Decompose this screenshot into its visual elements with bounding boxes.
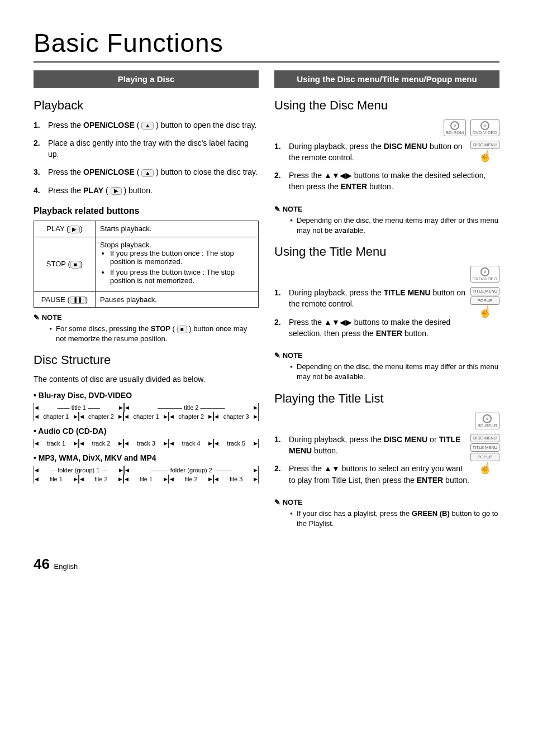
seg: ◀chapter 2▶ — [169, 412, 214, 421]
disc-badge-icon: BD-ROM — [444, 119, 466, 136]
title-menu-steps: During playback, press the TITLE MENU bu… — [274, 287, 499, 339]
title-list-steps: During playback, press the DISC MENU or … — [274, 434, 499, 486]
step: Press the ▲▼ buttons to select an entry … — [274, 463, 499, 486]
seg: ◀file 2▶ — [79, 475, 124, 484]
bullet: If you press the button twice : The stop… — [110, 268, 254, 285]
disc-badge-icon: DVD-VIDEO — [470, 119, 499, 136]
table-row: PAUSE (❚❚) Pauses playback. — [34, 291, 259, 308]
btn-desc-cell: Stops playback. If you press the button … — [96, 237, 259, 291]
note-heading: NOTE — [274, 205, 499, 213]
seg: ◀track 5▶ — [213, 439, 259, 448]
step-bold: PLAY — [83, 186, 103, 195]
step-tail: button to close the disc tray. — [161, 168, 258, 176]
note-list: For some discs, pressing the STOP ( ■ ) … — [56, 324, 259, 344]
step: Press the OPEN/CLOSE ( ▲ ) button to ope… — [34, 119, 259, 131]
struct-label: • Audio CD (CD-DA) — [34, 427, 259, 436]
heading-disc-structure: Disc Structure — [34, 353, 259, 367]
btn-name-cell: PAUSE (❚❚) — [34, 291, 96, 308]
seg: ◀file 2▶ — [169, 475, 214, 484]
struct-row: ◀file 1▶ ◀file 2▶ ◀file 1▶ ◀file 2▶ ◀fil… — [34, 475, 259, 484]
seg: ◀—— title 1 ——▶ — [34, 403, 124, 412]
table-row: STOP (■) Stops playback. If you press th… — [34, 237, 259, 291]
btn-name: PAUSE — [41, 295, 65, 304]
playback-buttons-table: PLAY (▶) Starts playback. STOP (■) Stops… — [34, 221, 259, 308]
struct-row: ◀chapter 1▶ ◀chapter 2▶ ◀chapter 1▶ ◀cha… — [34, 412, 259, 421]
step-text: Press the — [48, 168, 83, 176]
note-list: Depending on the disc, the menu items ma… — [297, 216, 499, 236]
step: During playback, press the TITLE MENU bu… — [274, 287, 499, 310]
note-heading: NOTE — [274, 498, 499, 506]
structure-intro: The contents of disc are usually divided… — [34, 374, 259, 385]
note-pre: For some discs, pressing the — [56, 324, 151, 333]
disc-badges: DVD-VIDEO — [274, 266, 499, 283]
seg: ◀chapter 1▶ — [123, 412, 169, 421]
seg: ◀———— title 2 ————▶ — [124, 403, 259, 412]
page-number: 46 — [34, 556, 50, 572]
disc-menu-steps: During playback, press the DISC MENU but… — [274, 141, 499, 193]
step-bold: OPEN/CLOSE — [83, 168, 135, 176]
btn-name: PLAY — [46, 224, 64, 233]
disc-badges: BD-RE/-R — [274, 413, 499, 429]
page-footer: 46 English — [34, 556, 499, 573]
seg: ◀——— folder (group) 2 ———▶ — [124, 466, 259, 475]
step: During playback, press the DISC MENU but… — [274, 141, 499, 164]
disc-badges: BD-ROM DVD-VIDEO — [274, 119, 499, 136]
seg: ◀— folder (group) 1 —▶ — [34, 466, 124, 475]
seg: ◀track 3▶ — [123, 439, 169, 448]
seg: ◀chapter 3▶ — [213, 412, 259, 421]
note-list: Depending on the disc, the menu items ma… — [297, 362, 499, 382]
note-item: For some discs, pressing the STOP ( ■ ) … — [56, 324, 259, 344]
seg: ◀file 1▶ — [34, 475, 79, 484]
right-column: Using the Disc menu/Title menu/Popup men… — [274, 70, 499, 533]
seg: ◀chapter 2▶ — [79, 412, 124, 421]
play-icon: ▶ — [111, 187, 122, 195]
heading-related-buttons: Playback related buttons — [34, 206, 259, 216]
seg: ◀file 3▶ — [213, 475, 259, 484]
step-text: Press the — [48, 186, 83, 195]
btn-desc-cell: Pauses playback. — [96, 291, 259, 308]
step-bold: OPEN/CLOSE — [83, 121, 135, 130]
step: Press the PLAY ( ▶ ) button. — [34, 185, 259, 196]
note-heading: NOTE — [34, 313, 259, 322]
stop-icon: ■ — [70, 261, 80, 269]
left-column: Playing a Disc Playback Press the OPEN/C… — [34, 70, 259, 533]
seg: ◀file 1▶ — [123, 475, 169, 484]
btn-name-cell: PLAY (▶) — [34, 221, 96, 237]
note-list: If your disc has a playlist, press the G… — [297, 509, 499, 529]
bullet: If you press the button once : The stop … — [110, 249, 254, 266]
step: Place a disc gently into the tray with t… — [34, 137, 259, 160]
page-title: Basic Functions — [34, 28, 499, 63]
seg: ◀track 4▶ — [169, 439, 214, 448]
note-bold: STOP — [151, 324, 170, 333]
stop-icon: ■ — [177, 326, 187, 333]
struct-row: ◀—— title 1 ——▶ ◀———— title 2 ————▶ — [34, 403, 259, 412]
play-icon: ▶ — [69, 226, 80, 233]
btn-name: STOP — [46, 260, 66, 268]
heading-title-menu: Using the Title Menu — [274, 245, 499, 259]
step: Press the OPEN/CLOSE ( ▲ ) button to clo… — [34, 166, 259, 178]
step: Press the ▲▼◀▶ buttons to make the desir… — [274, 170, 499, 193]
open-close-icon: ▲ — [141, 169, 154, 177]
step: During playback, press the DISC MENU or … — [274, 434, 499, 457]
step-text: Press the — [48, 121, 83, 130]
heading-title-list: Playing the Title List — [274, 391, 499, 406]
struct-label: • MP3, WMA, DivX, MKV and MP4 — [34, 453, 259, 462]
step-tail: button to open the disc tray. — [161, 121, 257, 130]
pause-icon: ❚❚ — [70, 296, 85, 304]
step-tail: button. — [129, 186, 153, 195]
btn-desc: Stops playback. — [100, 241, 151, 249]
struct-label: • Blu-ray Disc, DVD-VIDEO — [34, 391, 259, 400]
seg: ◀track 2▶ — [79, 439, 124, 448]
note-item: Depending on the disc, the menu items ma… — [297, 362, 499, 382]
open-close-icon: ▲ — [141, 122, 154, 130]
disc-badge-icon: DVD-VIDEO — [470, 266, 499, 283]
disc-badge-icon: BD-RE/-R — [475, 413, 499, 429]
step-text: Place a disc gently into the tray with t… — [48, 138, 249, 159]
btn-name-cell: STOP (■) — [34, 237, 96, 291]
struct-row: ◀— folder (group) 1 —▶ ◀——— folder (grou… — [34, 466, 259, 475]
step: Press the ▲▼◀▶ buttons to make the desir… — [274, 317, 499, 339]
struct-row: ◀track 1▶ ◀track 2▶ ◀track 3▶ ◀track 4▶ … — [34, 439, 259, 448]
playback-steps: Press the OPEN/CLOSE ( ▲ ) button to ope… — [34, 119, 259, 196]
note-item: If your disc has a playlist, press the G… — [297, 509, 499, 529]
note-heading: NOTE — [274, 351, 499, 360]
